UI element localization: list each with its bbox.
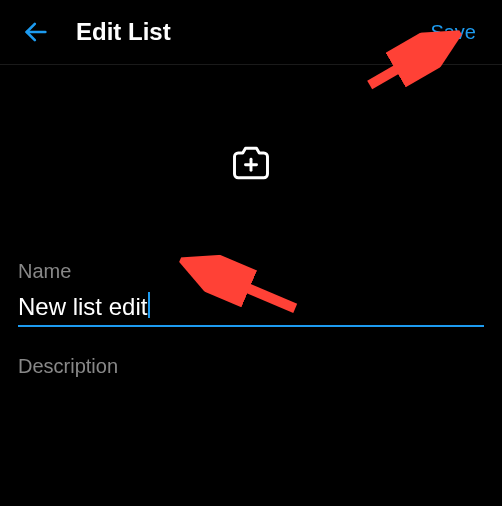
name-label: Name <box>18 260 484 283</box>
name-field-group: Name New list edit <box>18 260 484 327</box>
form-area: Name New list edit Description <box>0 260 502 378</box>
description-label: Description <box>18 355 484 378</box>
name-input-value: New list edit <box>18 291 147 327</box>
header-bar: Edit List Save <box>0 0 502 65</box>
description-field-group: Description <box>18 355 484 378</box>
save-button[interactable]: Save <box>422 17 484 48</box>
back-arrow-icon <box>22 18 50 46</box>
camera-add-icon <box>229 141 273 185</box>
back-button[interactable] <box>18 14 54 50</box>
input-underline <box>18 325 484 327</box>
text-caret <box>148 292 150 318</box>
add-photo-button[interactable] <box>227 139 275 187</box>
photo-area <box>0 65 502 260</box>
name-input[interactable]: New list edit <box>18 289 484 327</box>
page-title: Edit List <box>76 18 422 46</box>
